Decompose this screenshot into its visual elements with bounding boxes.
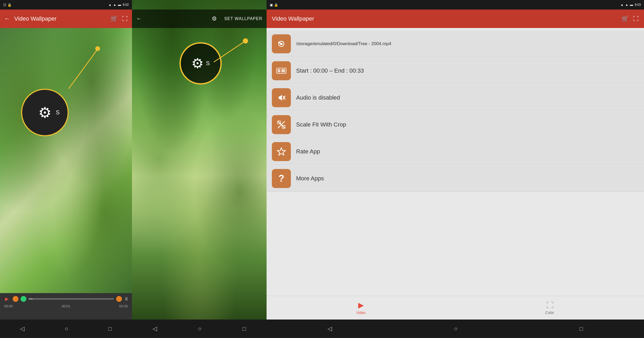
more-label: More Apps bbox=[296, 175, 324, 182]
time-icon bbox=[272, 61, 291, 80]
app-title-1: Video Wallpaper bbox=[14, 15, 106, 22]
camera-svg bbox=[277, 39, 286, 49]
color-tab-icon: ⛶ bbox=[546, 301, 553, 309]
settings-item-audio[interactable]: Audio is disabled bbox=[267, 84, 644, 111]
end-marker[interactable] bbox=[116, 296, 122, 302]
s-label: S bbox=[206, 60, 210, 67]
audio-icon bbox=[272, 88, 291, 107]
status-bar-right-1: ▲ ▲ ▬ 9:02 bbox=[108, 3, 129, 7]
start-marker[interactable] bbox=[13, 296, 18, 302]
bottom-tabs: ▶ Video ⛶ Color bbox=[267, 296, 644, 320]
nav-back-2[interactable]: ◁ bbox=[153, 325, 157, 332]
wifi-icon-1: ▲ bbox=[113, 3, 116, 7]
color-tab-label: Color bbox=[545, 311, 554, 315]
timeline-track: ▶ ⏸ bbox=[3, 295, 129, 303]
time-start: 00:00 bbox=[4, 304, 13, 308]
nav-home-1[interactable] bbox=[65, 325, 68, 332]
audio-label: Audio is disabled bbox=[296, 94, 340, 101]
signal-icon-1: ▲ bbox=[108, 3, 112, 7]
magnify-circle: ⚙ S bbox=[21, 89, 69, 136]
nav-back-3[interactable]: ◁ bbox=[328, 325, 332, 332]
timeline-times: 00:00 00:01 00:33 bbox=[3, 304, 129, 308]
app-bar-2: ← ⚙ SET WALLPAPER bbox=[132, 10, 267, 28]
svg-point-3 bbox=[243, 38, 248, 44]
crop-svg bbox=[277, 120, 286, 129]
question-mark: ? bbox=[278, 173, 284, 184]
pause-button[interactable]: ⏸ bbox=[124, 296, 129, 302]
svg-rect-9 bbox=[281, 69, 285, 72]
mute-svg bbox=[277, 93, 286, 102]
nav-bar-2: ◁ ○ □ bbox=[132, 320, 267, 338]
time-3: 9:03 bbox=[635, 3, 641, 7]
wifi-icon-3: ▲ bbox=[625, 3, 628, 7]
app-bar-1: ← Video Wallpaper 🛒 ⛶ bbox=[0, 10, 132, 28]
time-end: 00:33 bbox=[119, 304, 128, 308]
tab-color[interactable]: ⛶ Color bbox=[455, 301, 644, 315]
star-svg bbox=[276, 147, 286, 156]
nav-square-3[interactable]: □ bbox=[580, 325, 583, 332]
fit-icon-1[interactable]: ⛶ bbox=[122, 15, 128, 22]
leaves-overlay-1 bbox=[0, 28, 132, 293]
app-title-3: Video Wallpaper bbox=[272, 15, 617, 22]
set-wallpaper-button[interactable]: SET WALLPAPER bbox=[224, 16, 262, 21]
nav-home-3[interactable]: ○ bbox=[454, 325, 457, 332]
rate-label: Rate App bbox=[296, 148, 320, 155]
gear-pointer-svg bbox=[214, 41, 248, 73]
status-bar-left-3: ▣ 🔒 bbox=[270, 3, 278, 7]
svg-rect-8 bbox=[278, 69, 280, 72]
video-bg-1: ⚙ S bbox=[0, 28, 132, 293]
svg-rect-6 bbox=[278, 42, 280, 43]
status-bar-left-1: ☷ 🔒 bbox=[3, 3, 12, 7]
time-mid: 00:01 bbox=[62, 304, 70, 308]
timeline-area: ▶ ⏸ 00:00 00:01 00:33 bbox=[0, 293, 132, 320]
settings-icon-2[interactable]: ⚙ bbox=[212, 15, 217, 22]
svg-marker-16 bbox=[277, 148, 286, 155]
timeline-progress bbox=[29, 298, 33, 300]
scale-label: Scale Fit With Crop bbox=[296, 121, 346, 128]
settings-item-rate[interactable]: Rate App bbox=[267, 138, 644, 165]
file-icon bbox=[272, 34, 291, 53]
android-icon-3: ▣ bbox=[270, 3, 273, 7]
nav-back-1[interactable] bbox=[20, 325, 25, 332]
battery-icon-3: ▬ bbox=[630, 3, 633, 7]
gear-icon-circle: ⚙ bbox=[191, 55, 204, 71]
tab-video[interactable]: ▶ Video bbox=[267, 301, 455, 315]
timeline-svg bbox=[276, 67, 287, 74]
video-tab-icon: ▶ bbox=[358, 301, 364, 309]
status-bar-3: ▣ 🔒 ▲ ▲ ▬ 9:03 bbox=[267, 0, 644, 10]
settings-list: /storage/emulated/0/Download/Tree - 2004… bbox=[267, 28, 644, 296]
signal-icon-3: ▲ bbox=[621, 3, 624, 7]
app-bar-3: Video Wallpaper 🛒 ⛶ bbox=[267, 10, 644, 28]
time-label: Start : 00:00 – End : 00:33 bbox=[296, 67, 364, 74]
lock-icon-1: 🔒 bbox=[7, 3, 12, 7]
status-bar-right-3: ▲ ▲ ▬ 9:03 bbox=[621, 3, 641, 7]
settings-item-time[interactable]: Start : 00:00 – End : 00:33 bbox=[267, 58, 644, 84]
settings-item-more[interactable]: ? More Apps bbox=[267, 165, 644, 192]
gear-indicator: ⚙ S bbox=[179, 42, 222, 84]
magnify-s-label: S bbox=[56, 109, 60, 116]
loop-marker[interactable] bbox=[21, 296, 26, 302]
panel-video-preview: ▣ 🔒 ▲ ▲ ▬ 9:03 ← ⚙ SET WALLPAPER ⚙ S ◁ bbox=[132, 0, 267, 338]
back-button-2[interactable]: ← bbox=[136, 15, 142, 22]
cart-icon-3[interactable]: 🛒 bbox=[622, 15, 629, 22]
scale-icon bbox=[272, 115, 291, 134]
nav-bar-1 bbox=[0, 320, 132, 338]
nav-bar-3: ◁ ○ □ bbox=[267, 320, 644, 338]
settings-item-scale[interactable]: Scale Fit With Crop bbox=[267, 111, 644, 138]
settings-item-file[interactable]: /storage/emulated/0/Download/Tree - 2004… bbox=[267, 31, 644, 57]
cart-icon-1[interactable]: 🛒 bbox=[111, 15, 118, 22]
time-1: 9:02 bbox=[123, 3, 129, 7]
play-button[interactable]: ▶ bbox=[3, 295, 11, 303]
more-icon: ? bbox=[272, 169, 291, 188]
video-preview-1: ⚙ S bbox=[0, 28, 132, 293]
fit-icon-3[interactable]: ⛶ bbox=[633, 15, 639, 22]
rate-icon bbox=[272, 142, 291, 161]
panel-video-editor: ☷ 🔒 ▲ ▲ ▬ 9:02 ← Video Wallpaper 🛒 ⛶ ⚙ S bbox=[0, 0, 132, 338]
nav-square-1[interactable] bbox=[108, 325, 112, 332]
nav-home-2[interactable]: ○ bbox=[198, 325, 201, 332]
timeline-bar[interactable] bbox=[29, 298, 114, 300]
nav-square-2[interactable]: □ bbox=[243, 325, 246, 332]
lock-icon-3: 🔒 bbox=[274, 3, 278, 7]
back-button-1[interactable]: ← bbox=[4, 15, 10, 22]
android-icon-1: ☷ bbox=[3, 3, 6, 7]
